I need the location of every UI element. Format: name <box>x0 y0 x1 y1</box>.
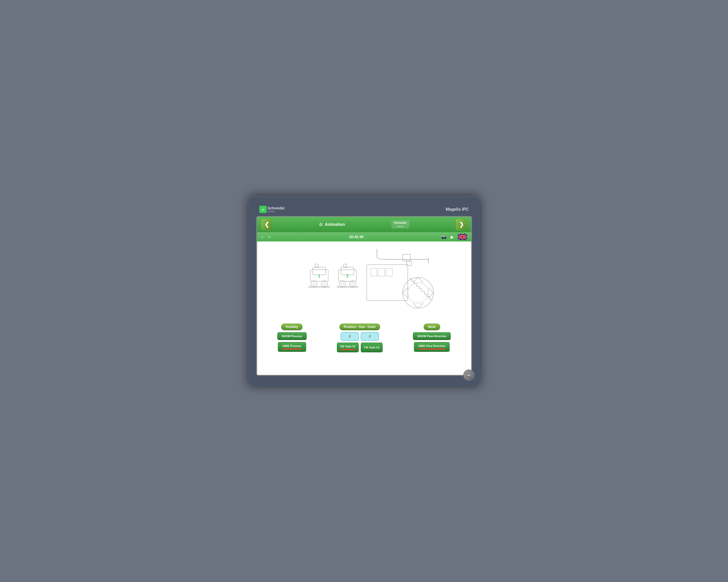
device-frame: SE Schneider Electric Magelis iPC ❮ ☆ An… <box>249 196 480 386</box>
svg-text:Schneider: Schneider <box>394 221 407 224</box>
train-2-group: 2 <box>337 264 358 287</box>
svg-rect-24 <box>367 265 408 301</box>
position-value-2: 0 <box>361 332 379 340</box>
brand-logo-area: SE Schneider Electric <box>259 206 285 213</box>
process-area: 1 2 <box>262 247 466 318</box>
buttons-section: Visibility SHOW Process HIDE Process Pos… <box>262 324 466 352</box>
svg-rect-23 <box>337 286 358 287</box>
position-row: 0 0 <box>341 332 379 340</box>
svg-text:SE: SE <box>261 209 264 211</box>
header-logo-icon: Schneider Electric <box>391 220 409 229</box>
show-flow-button[interactable]: SHOW Flow Direction <box>413 332 451 340</box>
hide-process-button[interactable]: HIDE Process <box>278 342 306 352</box>
brand-name: Schneider <box>267 206 285 210</box>
svg-point-20 <box>349 281 356 287</box>
position-value-1: 0 <box>341 332 359 340</box>
svg-rect-14 <box>309 286 330 287</box>
machine-group <box>367 249 434 308</box>
svg-point-12 <box>313 282 315 285</box>
hide-flow-button[interactable]: HIDE Flow Direction <box>414 342 450 352</box>
top-bar: SE Schneider Electric Magelis iPC <box>256 204 472 216</box>
blink-label: Blink <box>424 324 440 330</box>
svg-point-30 <box>402 277 434 308</box>
play-icon[interactable]: ▶ <box>451 234 454 240</box>
forward-button[interactable]: ❯ <box>456 219 467 230</box>
fill-tank2-button[interactable]: Fill Tank #2 <box>361 342 383 352</box>
svg-rect-25 <box>402 254 410 261</box>
header-bar: ❮ ☆ Animation Schneider Electric ❯ <box>257 217 471 232</box>
uk-flag-icon <box>458 234 467 240</box>
process-illustration: 1 2 <box>292 247 436 318</box>
blink-group: Blink SHOW Flow Direction HIDE Flow Dire… <box>413 324 451 352</box>
svg-text:2: 2 <box>346 274 348 278</box>
header-schneider-logo: Schneider Electric <box>391 220 409 229</box>
position-group: Position - Size - Color 0 0 Fill Tank #1… <box>337 324 383 352</box>
fill-row: Fill Tank #1 Fill Tank #2 <box>337 342 383 352</box>
brand-sub: Electric <box>267 210 285 213</box>
magelis-label: Magelis iPC <box>446 207 469 212</box>
svg-rect-29 <box>386 269 392 276</box>
svg-point-13 <box>323 282 326 285</box>
screen: ❮ ☆ Animation Schneider Electric ❯ ⌂ ☆ 1… <box>256 216 472 376</box>
position-label: Position - Size - Color <box>339 324 380 330</box>
svg-point-11 <box>321 281 328 287</box>
show-process-button[interactable]: SHOW Process <box>277 332 307 340</box>
svg-rect-28 <box>378 269 385 276</box>
svg-text:1: 1 <box>318 274 320 278</box>
sub-header: ⌂ ☆ 16:42:35 📷 ▶ <box>257 232 471 242</box>
time-display: 16:42:35 <box>275 235 437 239</box>
header-title-area: ☆ Animation <box>319 222 345 227</box>
svg-point-21 <box>341 282 344 285</box>
svg-point-19 <box>339 281 345 287</box>
svg-point-22 <box>351 282 354 285</box>
visibility-label: Visibility <box>281 324 303 330</box>
favorites-icon[interactable]: ☆ <box>267 234 271 240</box>
page-title: Animation <box>325 222 345 227</box>
svg-point-10 <box>311 281 317 287</box>
fill-tank1-button[interactable]: Fill Tank #1 <box>337 342 359 352</box>
svg-text:Electric: Electric <box>397 225 404 228</box>
main-content: 1 2 <box>257 242 471 375</box>
minimize-button[interactable]: − <box>463 369 474 381</box>
schneider-logo-icon: SE <box>259 206 266 213</box>
train-1-group: 1 <box>309 264 330 287</box>
svg-point-31 <box>408 282 428 303</box>
visibility-group: Visibility SHOW Process HIDE Process <box>277 324 307 352</box>
star-icon: ☆ <box>319 222 323 227</box>
home-icon[interactable]: ⌂ <box>261 234 264 239</box>
camera-icon[interactable]: 📷 <box>441 234 446 240</box>
svg-rect-27 <box>370 269 377 276</box>
back-button[interactable]: ❮ <box>261 219 272 230</box>
